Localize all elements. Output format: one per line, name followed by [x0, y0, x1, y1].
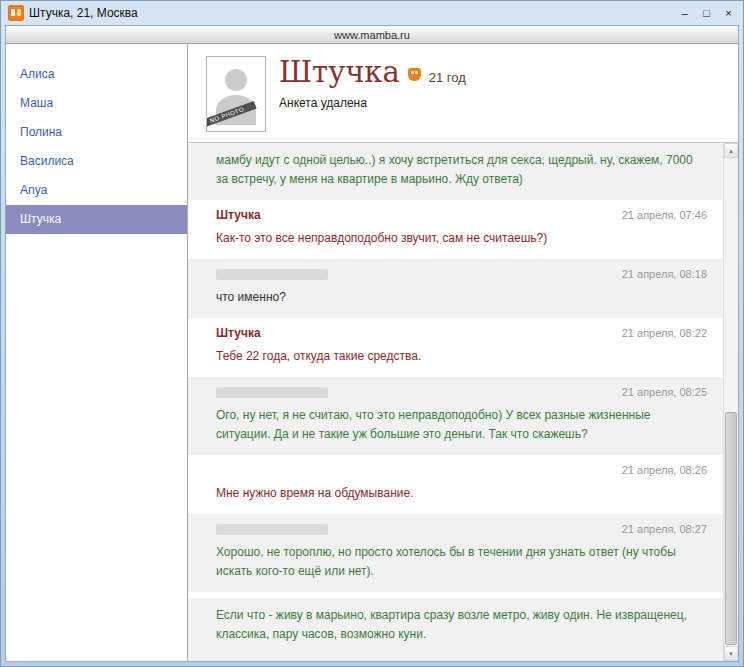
message-row: мамбу идут с одной целью..) я хочу встре…	[188, 143, 723, 200]
message-list: мамбу идут с одной целью..) я хочу встре…	[188, 143, 723, 661]
message-time: 21 апреля, 08:26	[622, 464, 707, 476]
window-title: Штучка, 21, Москва	[29, 6, 671, 20]
message-row: 21 апреля, 08:27 Хорошо, не тороплю, но …	[188, 514, 723, 592]
sidebar-item-shtuchka[interactable]: Штучка	[6, 205, 187, 234]
redacted-sender-name	[216, 269, 328, 280]
mamba-icon	[408, 68, 421, 81]
window-titlebar[interactable]: Штучка, 21, Москва – □ ×	[1, 1, 743, 25]
scrollbar-track[interactable]	[724, 158, 738, 646]
message-text: мамбу идут с одной целью..) я хочу встре…	[216, 151, 707, 189]
message-row: Если что - живу в марьино, квартира сраз…	[188, 598, 723, 661]
message-row: 21 апреля, 08:25 Ого, ну нет, я не счита…	[188, 377, 723, 455]
message-text: Тебе 22 года, откуда такие средства.	[216, 347, 707, 366]
message-text: Ого, ну нет, я не считаю, что это неправ…	[216, 406, 707, 444]
site-url: www.mamba.ru	[334, 29, 410, 41]
contact-sidebar: Алиса Маша Полина Василиса Anya Штучка	[6, 44, 188, 661]
message-text: что именно?	[216, 288, 707, 307]
redacted-sender-name	[216, 387, 328, 398]
message-text: Если что - живу в марьино, квартира сраз…	[216, 606, 707, 644]
redacted-sender-name	[216, 524, 328, 535]
sidebar-item-polina[interactable]: Полина	[6, 118, 187, 147]
scroll-up-icon[interactable]: ▲	[724, 143, 738, 158]
message-time: 21 апреля, 07:46	[622, 209, 707, 221]
sidebar-item-alisa[interactable]: Алиса	[6, 60, 187, 89]
app-icon	[8, 5, 24, 21]
message-time: 21 апреля, 08:22	[622, 327, 707, 339]
minimize-button[interactable]: –	[676, 5, 693, 21]
message-text: Хорошо, не тороплю, но просто хотелось б…	[216, 543, 707, 581]
maximize-button[interactable]: □	[698, 5, 715, 21]
sidebar-item-vasilisa[interactable]: Василиса	[6, 147, 187, 176]
message-sender: Штучка	[216, 208, 261, 222]
message-text: Как-то это все неправдоподобно звучит, с…	[216, 229, 707, 248]
chat-scrollbar[interactable]: ▲ ▼	[723, 143, 738, 661]
close-button[interactable]: ×	[720, 5, 737, 21]
message-sender: Штучка	[216, 326, 261, 340]
message-row: Штучка 21 апреля, 07:46 Как-то это все н…	[188, 200, 723, 259]
profile-status: Анкета удалена	[279, 96, 466, 110]
chat-window: Штучка, 21, Москва – □ × www.mamba.ru Ал…	[0, 0, 744, 667]
profile-name: Штучка	[279, 56, 400, 88]
message-time: 21 апреля, 08:25	[622, 386, 707, 398]
sidebar-item-masha[interactable]: Маша	[6, 89, 187, 118]
message-row: 21 апреля, 08:18 что именно?	[188, 259, 723, 318]
profile-header: NO PHOTO Штучка 21 год Анкета удалена	[188, 44, 738, 143]
message-time: 21 апреля, 08:18	[622, 268, 707, 280]
scroll-down-icon[interactable]: ▼	[724, 646, 738, 661]
message-row: Штучка 21 апреля, 08:22 Тебе 22 года, от…	[188, 318, 723, 377]
message-row: 21 апреля, 08:26 Мне нужно время на обду…	[188, 455, 723, 514]
sidebar-item-anya[interactable]: Anya	[6, 176, 187, 205]
message-time: 21 апреля, 08:27	[622, 523, 707, 535]
site-url-bar: www.mamba.ru	[6, 26, 738, 44]
scrollbar-thumb[interactable]	[725, 412, 737, 645]
no-photo-ribbon: NO PHOTO	[206, 101, 256, 129]
message-text: Мне нужно время на обдумывание.	[216, 484, 707, 503]
profile-age: 21 год	[429, 70, 466, 85]
profile-photo-placeholder: NO PHOTO	[206, 56, 266, 132]
client-area: www.mamba.ru Алиса Маша Полина Василиса …	[5, 25, 739, 662]
